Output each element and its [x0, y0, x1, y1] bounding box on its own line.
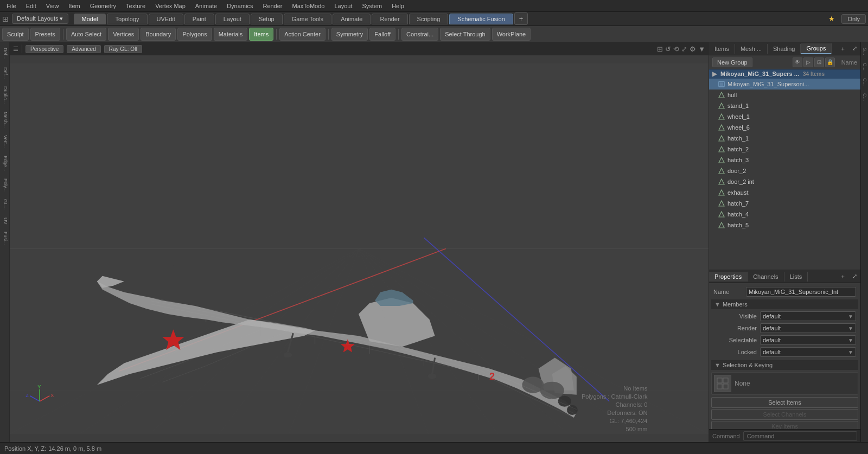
materials-button[interactable]: Materials	[214, 28, 248, 41]
viewport-menu-icon[interactable]: ☰	[13, 46, 18, 53]
sidebar-tab-mesh[interactable]: Mesh...	[1, 108, 9, 131]
props-expand-button[interactable]: ⤢	[849, 271, 860, 282]
tab-items[interactable]: Items	[709, 44, 735, 54]
tree-item-13[interactable]: hatch_5	[709, 220, 860, 231]
prop-locked-dropdown[interactable]: default ▼	[760, 347, 856, 357]
default-layouts-dropdown[interactable]: Default Layouts ▾	[12, 14, 68, 24]
tab-lists[interactable]: Lists	[784, 272, 808, 282]
tab-groups[interactable]: Groups	[801, 43, 832, 54]
edge-tab-2[interactable]: C...	[861, 60, 869, 74]
command-input[interactable]	[743, 431, 857, 441]
tree-item-0[interactable]: Mikoyan_MiG_31_Supersoni...	[709, 79, 860, 89]
perspective-button[interactable]: Perspective	[25, 45, 63, 53]
tab-properties[interactable]: Properties	[709, 272, 748, 282]
menu-maxtomodo[interactable]: MaxToModo	[288, 2, 329, 10]
auto-select-button[interactable]: Auto Select	[66, 28, 106, 41]
tree-item-6[interactable]: hatch_2	[709, 144, 860, 155]
tab-setup[interactable]: Setup	[251, 14, 283, 24]
vp-icon-rotate[interactable]: ↺	[665, 45, 671, 53]
vp-icon-home[interactable]: ⊞	[657, 45, 663, 53]
vertices-button[interactable]: Vertices	[108, 28, 139, 41]
workplane-button[interactable]: WorkPlane	[492, 28, 531, 41]
select-channels-button[interactable]: Select Channels	[711, 409, 858, 420]
col-icon-lock[interactable]: 🔒	[825, 57, 835, 67]
vp-icon-expand[interactable]: ⤢	[681, 45, 687, 53]
sidebar-tab-edge[interactable]: Edge...	[1, 152, 9, 175]
prop-visible-dropdown[interactable]: default ▼	[760, 311, 856, 321]
edge-tab-1[interactable]: S...	[861, 44, 869, 59]
tab-model[interactable]: Model	[74, 14, 106, 24]
tab-channels[interactable]: Channels	[748, 272, 784, 282]
sidebar-tab-uv[interactable]: UV	[1, 214, 9, 228]
prop-render-dropdown[interactable]: default ▼	[760, 323, 856, 333]
add-panel-tab-button[interactable]: +	[837, 44, 849, 54]
tree-item-9[interactable]: door_2 int	[709, 176, 860, 187]
tab-shading[interactable]: Shading	[768, 44, 801, 54]
tree-item-2[interactable]: stand_1	[709, 100, 860, 111]
scene-3d[interactable]: 2	[10, 55, 709, 442]
items-tree[interactable]: ▶ Mikoyan_MiG_31_Supers ... 34 Items Mik…	[709, 69, 860, 270]
tree-item-8[interactable]: door_2	[709, 165, 860, 176]
tree-item-11[interactable]: hatch_7	[709, 198, 860, 209]
falloff-button[interactable]: Falloff	[369, 28, 395, 41]
tree-item-12[interactable]: hatch_4	[709, 209, 860, 220]
menu-animate[interactable]: Animate	[191, 2, 221, 10]
tab-animate[interactable]: Animate	[333, 14, 371, 24]
symmetry-button[interactable]: Symmetry	[331, 28, 368, 41]
viewport[interactable]: ☰ Perspective Advanced Ray GL: Off ⊞ ↺ ⟲…	[10, 42, 709, 442]
tree-item-3[interactable]: wheel_1	[709, 111, 860, 122]
sidebar-tab-duplic[interactable]: Duplic...	[1, 83, 9, 107]
menu-view[interactable]: View	[42, 2, 63, 10]
menu-item[interactable]: Item	[64, 2, 84, 10]
add-layout-tab-button[interactable]: +	[514, 12, 528, 25]
tab-uvedit[interactable]: UVEdit	[149, 14, 183, 24]
tree-item-7[interactable]: hatch_3	[709, 155, 860, 165]
sculpt-button[interactable]: Sculpt	[2, 28, 29, 41]
sidebar-tab-poly[interactable]: Poly...	[1, 175, 9, 195]
group-header[interactable]: ▶ Mikoyan_MiG_31_Supers ... 34 Items	[709, 69, 860, 79]
panel-expand-button[interactable]: ⤢	[849, 43, 860, 54]
sidebar-tab-vert[interactable]: Vert...	[1, 132, 9, 151]
prop-name-input[interactable]	[746, 287, 856, 297]
edge-tab-4[interactable]: C...	[861, 90, 869, 104]
tab-schematic-fusion[interactable]: Schematic Fusion	[449, 14, 513, 24]
tree-item-5[interactable]: hatch_1	[709, 133, 860, 144]
presets-button[interactable]: Presets	[30, 28, 60, 41]
menu-edit[interactable]: Edit	[22, 2, 41, 10]
sidebar-tab-def1[interactable]: Def...	[1, 44, 9, 63]
boundary-button[interactable]: Boundary	[141, 28, 176, 41]
tab-paint[interactable]: Paint	[184, 14, 214, 24]
menu-dynamics[interactable]: Dynamics	[222, 2, 257, 10]
sidebar-tab-gl[interactable]: GL...	[1, 196, 9, 213]
vp-icon-menu[interactable]: ▼	[698, 45, 705, 53]
tab-topology[interactable]: Topology	[107, 14, 147, 24]
vp-icon-reset[interactable]: ⟲	[673, 45, 679, 53]
menu-vertex-map[interactable]: Vertex Map	[151, 2, 190, 10]
menu-layout[interactable]: Layout	[330, 2, 356, 10]
action-center-button[interactable]: Action Center	[279, 28, 326, 41]
advanced-button[interactable]: Advanced	[67, 45, 100, 53]
sidebar-tab-fusi[interactable]: Fusi...	[1, 228, 9, 248]
polygons-button[interactable]: Polygons	[177, 28, 212, 41]
selection-keying-section[interactable]: ▼ Selection & Keying	[711, 360, 858, 370]
only-button[interactable]: Only	[841, 14, 866, 24]
prop-selectable-dropdown[interactable]: default ▼	[760, 335, 856, 345]
raygl-button[interactable]: Ray GL: Off	[104, 45, 143, 53]
tab-layout[interactable]: Layout	[215, 14, 250, 24]
key-items-button[interactable]: Key Items	[711, 421, 858, 429]
menu-help[interactable]: Help	[387, 2, 409, 10]
tree-item-1[interactable]: hull	[709, 89, 860, 100]
menu-system[interactable]: System	[358, 2, 386, 10]
tab-mesh[interactable]: Mesh ...	[735, 44, 768, 54]
col-icon-eye[interactable]: 👁	[793, 57, 802, 67]
tree-item-4[interactable]: wheel_6	[709, 122, 860, 133]
menu-file[interactable]: File	[2, 2, 21, 10]
tree-item-10[interactable]: exhaust	[709, 187, 860, 198]
constraints-button[interactable]: Constrai...	[401, 28, 438, 41]
items-button[interactable]: Items	[249, 28, 273, 41]
tab-render[interactable]: Render	[372, 14, 407, 24]
select-through-button[interactable]: Select Through	[440, 28, 490, 41]
col-icon-select[interactable]: ⊡	[814, 57, 824, 67]
tab-game-tools[interactable]: Game Tools	[284, 14, 332, 24]
menu-render[interactable]: Render	[258, 2, 286, 10]
